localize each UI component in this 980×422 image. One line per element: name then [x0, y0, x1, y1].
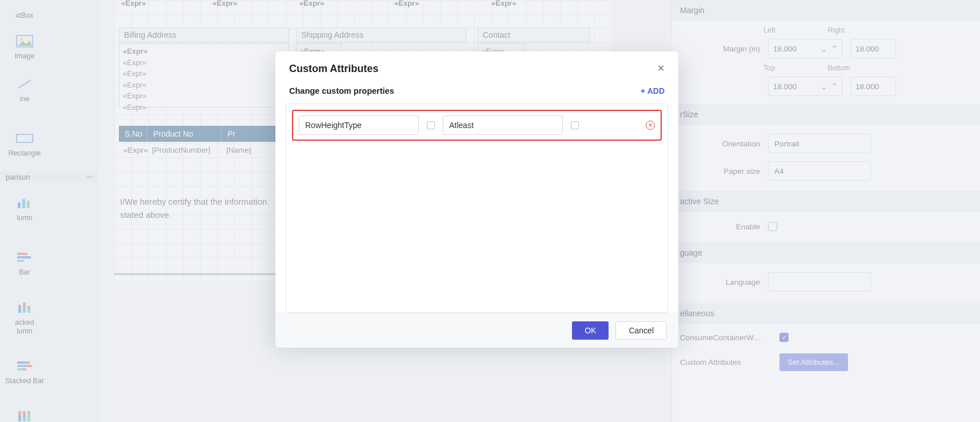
custom-attributes-modal: Custom Attributes ✕ Change custom proper…: [275, 51, 678, 339]
add-button[interactable]: + ADD: [641, 86, 665, 95]
close-icon[interactable]: ✕: [657, 63, 665, 74]
ok-button[interactable]: OK: [572, 321, 609, 340]
attribute-row: ✕: [292, 110, 662, 141]
attr-value-checkbox[interactable]: [571, 121, 579, 129]
delete-row-icon[interactable]: ✕: [646, 121, 655, 130]
attr-key-checkbox[interactable]: [427, 121, 435, 129]
attr-key-input[interactable]: [299, 116, 419, 135]
modal-subtitle: Change custom properties: [289, 86, 394, 95]
attributes-list: ✕: [286, 103, 668, 313]
attr-value-input[interactable]: [443, 116, 563, 135]
modal-title: Custom Attributes: [289, 63, 378, 75]
cancel-button[interactable]: Cancel: [615, 321, 667, 340]
